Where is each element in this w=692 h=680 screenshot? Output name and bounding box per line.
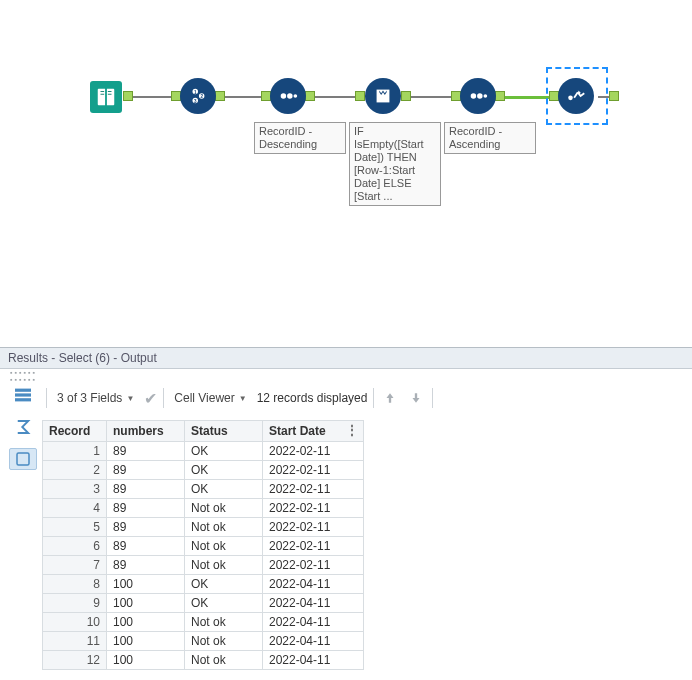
cell-start-date[interactable]: 2022-02-11 <box>263 518 364 537</box>
chevron-down-icon: ▼ <box>239 394 247 403</box>
col-header-numbers[interactable]: numbers <box>107 421 185 442</box>
cell-start-date[interactable]: 2022-02-11 <box>263 556 364 575</box>
col-header-status[interactable]: Status <box>185 421 263 442</box>
cell-numbers[interactable]: 100 <box>107 632 185 651</box>
chevron-down-icon: ▼ <box>126 394 134 403</box>
table-row[interactable]: 8100OK2022-04-11 <box>43 575 364 594</box>
cell-record: 3 <box>43 480 107 499</box>
cell-status[interactable]: OK <box>185 461 263 480</box>
table-row[interactable]: 589Not ok2022-02-11 <box>43 518 364 537</box>
panel-drag-grip[interactable]: ▪▪▪▪▪▪▪▪▪▪▪▪ <box>10 369 38 377</box>
table-row[interactable]: 9100OK2022-04-11 <box>43 594 364 613</box>
cell-record: 9 <box>43 594 107 613</box>
table-row[interactable]: 11100Not ok2022-04-11 <box>43 632 364 651</box>
cell-viewer-dropdown[interactable]: Cell Viewer ▼ <box>170 391 250 405</box>
view-metadata-button[interactable] <box>9 448 37 470</box>
cell-record: 5 <box>43 518 107 537</box>
cell-numbers[interactable]: 89 <box>107 499 185 518</box>
cell-status[interactable]: OK <box>185 442 263 461</box>
cell-status[interactable]: Not ok <box>185 556 263 575</box>
table-row[interactable]: 289OK2022-02-11 <box>43 461 364 480</box>
view-records-button[interactable] <box>9 384 37 406</box>
col-header-record[interactable]: Record <box>43 421 107 442</box>
cell-status[interactable]: OK <box>185 480 263 499</box>
cell-status[interactable]: Not ok <box>185 499 263 518</box>
svg-point-12 <box>568 96 573 101</box>
cell-status[interactable]: Not ok <box>185 518 263 537</box>
cell-numbers[interactable]: 100 <box>107 651 185 670</box>
svg-point-7 <box>287 93 293 99</box>
table-row[interactable]: 189OK2022-02-11 <box>43 442 364 461</box>
cell-numbers[interactable]: 89 <box>107 518 185 537</box>
cell-numbers[interactable]: 100 <box>107 613 185 632</box>
svg-rect-16 <box>17 453 29 465</box>
cell-record: 10 <box>43 613 107 632</box>
cell-numbers[interactable]: 89 <box>107 556 185 575</box>
cell-status[interactable]: OK <box>185 575 263 594</box>
cell-record: 11 <box>43 632 107 651</box>
fields-dropdown[interactable]: 3 of 3 Fields ▼ <box>53 391 138 405</box>
column-menu-icon[interactable]: ⋮ <box>345 425 359 435</box>
cell-start-date[interactable]: 2022-02-11 <box>263 480 364 499</box>
svg-point-8 <box>294 94 298 98</box>
records-count-label: 12 records displayed <box>257 391 368 405</box>
cell-record: 8 <box>43 575 107 594</box>
cell-start-date[interactable]: 2022-04-11 <box>263 651 364 670</box>
table-row[interactable]: 12100Not ok2022-04-11 <box>43 651 364 670</box>
view-summary-button[interactable] <box>9 416 37 438</box>
cell-status[interactable]: Not ok <box>185 537 263 556</box>
node-select[interactable] <box>558 78 594 114</box>
cell-start-date[interactable]: 2022-02-11 <box>263 442 364 461</box>
text-input-icon <box>90 81 122 113</box>
nav-down-button[interactable] <box>406 388 426 408</box>
cell-record: 7 <box>43 556 107 575</box>
results-grid[interactable]: Record numbers Status Start Date ⋮ 189OK… <box>42 420 364 670</box>
cell-start-date[interactable]: 2022-02-11 <box>263 499 364 518</box>
table-row[interactable]: 689Not ok2022-02-11 <box>43 537 364 556</box>
cell-numbers[interactable]: 89 <box>107 442 185 461</box>
results-panel-header[interactable]: Results - Select (6) - Output <box>0 347 692 369</box>
cell-record: 12 <box>43 651 107 670</box>
arrow-up-icon <box>383 391 397 405</box>
cell-status[interactable]: OK <box>185 594 263 613</box>
cell-numbers[interactable]: 89 <box>107 480 185 499</box>
svg-rect-15 <box>15 398 31 401</box>
cell-status[interactable]: Not ok <box>185 632 263 651</box>
table-row[interactable]: 789Not ok2022-02-11 <box>43 556 364 575</box>
apply-check-icon[interactable]: ✔ <box>144 389 157 408</box>
nav-up-button[interactable] <box>380 388 400 408</box>
col-header-startdate[interactable]: Start Date ⋮ <box>263 421 364 442</box>
select-icon <box>558 78 594 114</box>
workflow-canvas[interactable]: 1 2 3 RecordID - Descending IF IsEmpty([… <box>0 0 692 347</box>
cell-numbers[interactable]: 100 <box>107 575 185 594</box>
cell-viewer-label: Cell Viewer <box>174 391 234 405</box>
table-row[interactable]: 10100Not ok2022-04-11 <box>43 613 364 632</box>
table-row[interactable]: 389OK2022-02-11 <box>43 480 364 499</box>
sort-icon <box>460 78 496 114</box>
node-sort-ascending[interactable] <box>460 78 496 114</box>
cell-start-date[interactable]: 2022-02-11 <box>263 537 364 556</box>
cell-status[interactable]: Not ok <box>185 613 263 632</box>
cell-record: 4 <box>43 499 107 518</box>
cell-start-date[interactable]: 2022-04-11 <box>263 575 364 594</box>
results-toolbar: 3 of 3 Fields ▼ ✔ Cell Viewer ▼ 12 recor… <box>0 384 692 412</box>
fields-label: 3 of 3 Fields <box>57 391 122 405</box>
node-record-id[interactable]: 1 2 3 <box>180 78 216 114</box>
results-view-switcher <box>6 384 40 470</box>
node-formula[interactable] <box>365 78 401 114</box>
node-text-input[interactable] <box>88 79 124 115</box>
svg-point-10 <box>477 93 483 99</box>
cell-start-date[interactable]: 2022-02-11 <box>263 461 364 480</box>
cell-record: 2 <box>43 461 107 480</box>
cell-start-date[interactable]: 2022-04-11 <box>263 613 364 632</box>
cell-status[interactable]: Not ok <box>185 651 263 670</box>
arrow-down-icon <box>409 391 423 405</box>
cell-numbers[interactable]: 100 <box>107 594 185 613</box>
cell-start-date[interactable]: 2022-04-11 <box>263 594 364 613</box>
node-sort-descending[interactable] <box>270 78 306 114</box>
table-row[interactable]: 489Not ok2022-02-11 <box>43 499 364 518</box>
records-icon <box>13 387 33 403</box>
cell-numbers[interactable]: 89 <box>107 537 185 556</box>
cell-numbers[interactable]: 89 <box>107 461 185 480</box>
cell-start-date[interactable]: 2022-04-11 <box>263 632 364 651</box>
